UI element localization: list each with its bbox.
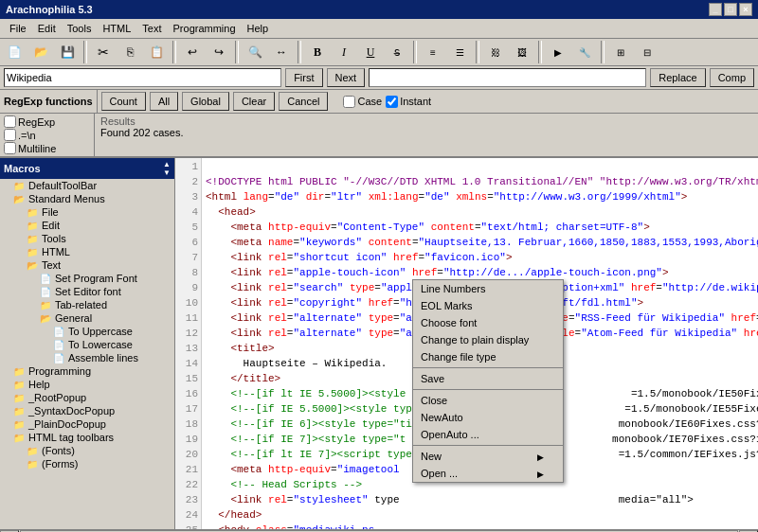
macros-title: Macros (4, 163, 41, 174)
menu-text[interactable]: Text (136, 21, 167, 36)
folder-icon: 📁 (27, 247, 38, 257)
ctx-open[interactable]: Open ... (413, 465, 563, 482)
align-center-button[interactable]: ☰ (447, 41, 472, 63)
macro-to-lowercase[interactable]: 📄 To Lowercase (0, 338, 174, 351)
regexp-checkbox[interactable] (4, 115, 16, 128)
macro-file[interactable]: 📁 File (0, 205, 174, 219)
folder-icon: 📁 (13, 366, 25, 377)
regexp-checkbox-label: RegExp (4, 115, 90, 128)
ctx-plain-display[interactable]: Change to plain display (413, 331, 563, 348)
app-title: Arachnophilia 5.3 (6, 4, 93, 15)
clear-button[interactable]: Clear (233, 92, 275, 111)
macro-to-uppercase[interactable]: 📄 To Uppercase (0, 325, 174, 338)
find-button[interactable]: 🔍 (243, 41, 267, 63)
folder-icon: 📁 (27, 459, 38, 470)
macro-tab-related[interactable]: 📁 Tab-related (0, 298, 174, 311)
underline-button[interactable]: U (358, 41, 383, 63)
instant-label: Instant (386, 96, 431, 108)
macro-programming[interactable]: 📁 Programming (0, 364, 174, 378)
ctx-save[interactable]: Save (413, 370, 563, 387)
macro-rootpopup[interactable]: 📁 _RootPopup (0, 391, 174, 404)
ctx-newauto[interactable]: NewAuto (413, 409, 563, 426)
macro-set-editor-font[interactable]: 📄 Set Editor font (0, 285, 174, 298)
macro-text[interactable]: 📂 Text (0, 258, 174, 272)
macro-plaindocpopup[interactable]: 📁 _PlainDocPopup (0, 417, 174, 431)
macro-html-toolbars[interactable]: 📁 HTML tag toolbars (0, 431, 174, 444)
redo-button[interactable]: ↪ (207, 41, 231, 63)
macro-tools[interactable]: 📁 Tools (0, 232, 174, 245)
cancel-button[interactable]: Cancel (279, 92, 328, 111)
new-button[interactable]: 📄 (2, 41, 27, 63)
global-button[interactable]: Global (182, 92, 229, 111)
close-button[interactable]: × (739, 3, 752, 16)
replace-button[interactable]: ↔ (269, 41, 294, 63)
regexp-functions-label: RegExp functions (4, 96, 93, 107)
copy-button[interactable]: ⎘ (117, 41, 142, 63)
ctx-choose-font[interactable]: Choose font (413, 314, 563, 331)
window-controls: _ □ × (709, 3, 752, 16)
macro-general[interactable]: 📂 General (0, 311, 174, 325)
ctx-change-file-type[interactable]: Change file type (413, 348, 563, 365)
arrow-up[interactable]: ▲ (163, 160, 171, 168)
search-input[interactable] (4, 68, 281, 87)
all-button[interactable]: All (150, 92, 178, 111)
folder-open-icon: 📂 (27, 260, 38, 271)
macro-forms[interactable]: 📁 (Forms) (0, 457, 174, 470)
cut-button[interactable]: ✂ (91, 41, 116, 63)
paste-button[interactable]: 📋 (144, 41, 169, 63)
save-button[interactable]: 💾 (55, 41, 80, 63)
minimize-button[interactable]: _ (709, 3, 722, 16)
debug-button[interactable]: 🔧 (572, 41, 597, 63)
italic-button[interactable]: I (332, 41, 356, 63)
first-button[interactable]: First (285, 68, 322, 87)
replace-button[interactable]: Replace (650, 68, 705, 87)
open-button[interactable]: 📂 (28, 41, 53, 63)
instant-checkbox[interactable] (386, 96, 398, 108)
menu-programming[interactable]: Programming (168, 21, 242, 36)
macro-help[interactable]: 📁 Help (0, 378, 174, 391)
arrow-down[interactable]: ▼ (163, 168, 171, 177)
macro-fonts[interactable]: 📁 (Fonts) (0, 444, 174, 457)
undo-button[interactable]: ↩ (180, 41, 205, 63)
macro-standardmenus[interactable]: 📂 Standard Menus (0, 192, 174, 205)
bold-button[interactable]: B (305, 41, 330, 63)
dotbackslash-checkbox[interactable] (4, 129, 16, 141)
align-left-button[interactable]: ≡ (421, 41, 445, 63)
ctx-new[interactable]: New (413, 448, 563, 465)
extra-btn1[interactable]: ⊞ (608, 41, 633, 63)
case-checkbox[interactable] (343, 96, 355, 108)
macro-edit[interactable]: 📁 Edit (0, 219, 174, 232)
menu-file[interactable]: File (4, 21, 32, 36)
macro-assemble-lines[interactable]: 📄 Assemble lines (0, 351, 174, 364)
next-button[interactable]: Next (327, 68, 366, 87)
image-button[interactable]: 🖼 (510, 41, 534, 63)
folder-icon: 📁 (13, 380, 25, 390)
ctx-eol-marks[interactable]: EOL Marks (413, 297, 563, 314)
extra-btn2[interactable]: ⊟ (635, 41, 659, 63)
count-button[interactable]: Count (101, 92, 146, 111)
run-button[interactable]: ▶ (546, 41, 570, 63)
item-icon: 📄 (53, 353, 64, 364)
macro-set-program-font[interactable]: 📄 Set Program Font (0, 272, 174, 285)
macro-syntaxdocpopup[interactable]: 📁 _SyntaxDocPopup (0, 404, 174, 417)
comp-button[interactable]: Comp (710, 68, 754, 87)
ctx-line-numbers[interactable]: Line Numbers (413, 280, 563, 297)
panel-arrows: ▲ ▼ (163, 160, 171, 177)
item-icon: 📄 (53, 340, 64, 350)
menu-tools[interactable]: Tools (62, 21, 98, 36)
menu-help[interactable]: Help (242, 21, 275, 36)
regexp-options: RegExp .=\n Multiline (0, 114, 95, 156)
ctx-openauto[interactable]: OpenAuto ... (413, 426, 563, 443)
multiline-checkbox[interactable] (4, 142, 16, 154)
menu-edit[interactable]: Edit (32, 21, 62, 36)
maximize-button[interactable]: □ (724, 3, 737, 16)
strikethrough-button[interactable]: S̶ (385, 41, 409, 63)
menu-html[interactable]: HTML (97, 21, 136, 36)
folder-open-icon: 📂 (40, 313, 51, 324)
macro-defaulttoolbar[interactable]: 📁 DefaultToolBar (0, 179, 174, 192)
macro-html[interactable]: 📁 HTML (0, 245, 174, 258)
replace-input[interactable] (369, 68, 646, 87)
link-button[interactable]: ⛓ (483, 41, 508, 63)
context-menu: Line Numbers EOL Marks Choose font Chang… (412, 279, 564, 483)
ctx-close[interactable]: Close (413, 392, 563, 409)
